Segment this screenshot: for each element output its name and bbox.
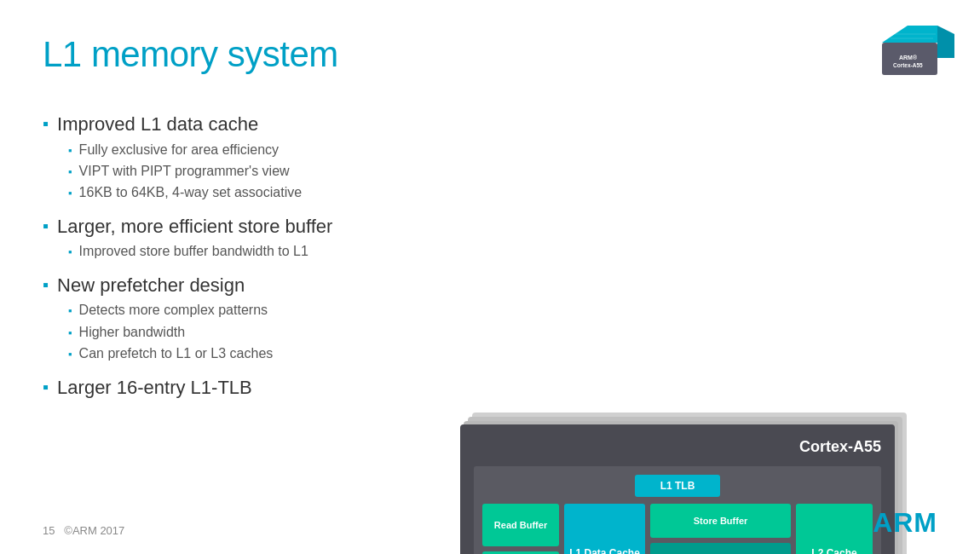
bullet-3-text: New prefetcher design <box>57 274 245 298</box>
bullet-1-main: ▪ Improved L1 data cache <box>43 113 503 137</box>
bullet-3-sub-2: ▪ Higher bandwidth <box>68 323 503 342</box>
sub-text-3-1: Detects more complex patterns <box>79 301 268 320</box>
diagram-front: Cortex-A55 L1 TLB Read Buffer Write Buff… <box>460 424 937 554</box>
sub-text-2-1: Improved store buffer bandwidth to L1 <box>79 242 308 261</box>
diagram-inner: L1 TLB Read Buffer Write Buffer L1 <box>474 466 881 554</box>
slide: ARM® Cortex-A55 L1 memory system ▪ Impro… <box>0 0 980 554</box>
bullet-2-marker: ▪ <box>43 216 49 236</box>
bullet-2-main: ▪ Larger, more efficient store buffer <box>43 215 503 239</box>
sub-text-3-2: Higher bandwidth <box>79 323 186 342</box>
col-buffers: Read Buffer Write Buffer <box>482 504 559 554</box>
l1-tlb-row: L1 TLB <box>482 475 873 497</box>
read-buffer-box: Read Buffer <box>482 504 559 546</box>
sub-marker-1-3: ▪ <box>68 187 72 199</box>
sub-marker-2-1: ▪ <box>68 245 72 258</box>
arm-logo-bottom: ARM <box>873 507 937 539</box>
sub-marker-3-3: ▪ <box>68 348 72 361</box>
sub-text-1-1: Fully exclusive for area efficiency <box>79 141 279 159</box>
copyright-text: ©ARM 2017 <box>64 524 124 537</box>
col-l1-cache: L1 Data Cache <box>564 504 645 554</box>
main-diagram-row: Read Buffer Write Buffer L1 Data Cache S… <box>482 504 873 554</box>
svg-marker-3 <box>937 26 954 58</box>
page-title: L1 memory system <box>43 34 937 75</box>
bullet-2-text: Larger, more efficient store buffer <box>57 215 332 239</box>
sub-marker-1-1: ▪ <box>68 144 72 157</box>
bullet-4-marker: ▪ <box>43 378 49 397</box>
l2-cache-box: L2 Cache <box>796 504 873 554</box>
prefetcher-box: Prefetcher <box>650 543 791 554</box>
diagram-title: Cortex-A55 <box>474 438 881 456</box>
bullet-3-marker: ▪ <box>43 275 49 295</box>
diagram-stacked: Cortex-A55 L1 TLB Read Buffer Write Buff… <box>460 424 937 554</box>
bullet-2-sub-1: ▪ Improved store buffer bandwidth to L1 <box>68 242 503 261</box>
sub-marker-1-2: ▪ <box>68 165 72 178</box>
content-right: Cortex-A55 L1 TLB Read Buffer Write Buff… <box>460 403 937 554</box>
arm-chip-logo: ARM® Cortex-A55 <box>878 17 954 94</box>
bullet-4-text: Larger 16-entry L1-TLB <box>57 376 252 401</box>
bullet-1-sub-3: ▪ 16KB to 64KB, 4-way set associative <box>68 183 503 202</box>
l1-tlb-box: L1 TLB <box>635 475 721 497</box>
col-right-blocks: Store Buffer Prefetcher L2 TLB <box>650 504 791 554</box>
bullet-3-main: ▪ New prefetcher design <box>43 274 503 298</box>
bullet-1-sub-1: ▪ Fully exclusive for area efficiency <box>68 141 503 159</box>
bullet-4-main: ▪ Larger 16-entry L1-TLB <box>43 376 503 401</box>
footer: 15 ©ARM 2017 <box>43 524 124 537</box>
sub-marker-3-2: ▪ <box>68 326 72 339</box>
sub-text-1-2: VIPT with PIPT programmer's view <box>79 162 290 181</box>
svg-text:Cortex-A55: Cortex-A55 <box>893 62 923 68</box>
sub-text-3-3: Can prefetch to L1 or L3 caches <box>79 344 274 363</box>
store-buffer-box: Store Buffer <box>650 504 791 538</box>
bullet-1-text: Improved L1 data cache <box>57 113 258 137</box>
bullet-1-marker: ▪ <box>43 114 49 134</box>
bullet-1-sub-2: ▪ VIPT with PIPT programmer's view <box>68 162 503 181</box>
col-l2-cache: L2 Cache <box>796 504 873 554</box>
slide-number: 15 <box>43 524 55 537</box>
bullet-3-sub-1: ▪ Detects more complex patterns <box>68 301 503 320</box>
svg-text:ARM®: ARM® <box>899 55 918 61</box>
content-left: ▪ Improved L1 data cache ▪ Fully exclusi… <box>43 92 503 403</box>
bullet-3-sub-3: ▪ Can prefetch to L1 or L3 caches <box>68 344 503 363</box>
diagram-container: Cortex-A55 L1 TLB Read Buffer Write Buff… <box>460 424 895 554</box>
sub-text-1-3: 16KB to 64KB, 4-way set associative <box>79 183 302 202</box>
l1-data-cache-box: L1 Data Cache <box>564 504 645 554</box>
sub-marker-3-1: ▪ <box>68 304 72 317</box>
